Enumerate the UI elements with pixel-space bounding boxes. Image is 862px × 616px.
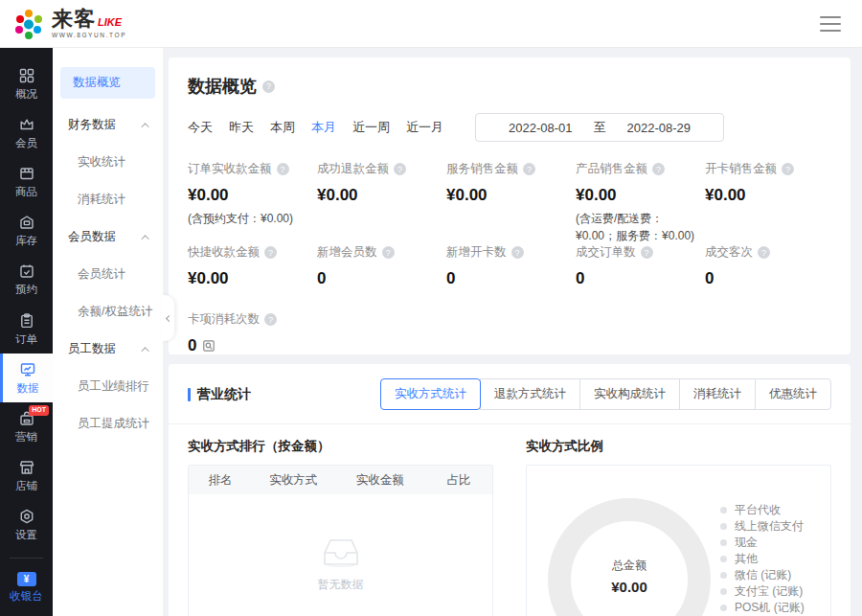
- proportion-title: 实收方式比例: [526, 438, 831, 455]
- calendar-check-icon: [18, 262, 35, 280]
- legend-item[interactable]: 平台代收: [720, 504, 805, 515]
- divider: [169, 423, 851, 424]
- warehouse-icon: [18, 214, 35, 231]
- stat-value: 0: [705, 269, 831, 288]
- statistics-tab-group: 实收方式统计 退款方式统计 实收构成统计 消耗统计 优惠统计: [380, 378, 831, 410]
- tab-income-composition[interactable]: 实收构成统计: [579, 378, 680, 410]
- legend-item[interactable]: POS机 (记账): [720, 602, 805, 613]
- date-start: 2022-08-01: [509, 121, 573, 135]
- legend-dot: [720, 588, 727, 595]
- quick-filter-last-month[interactable]: 近一月: [406, 119, 443, 136]
- help-icon[interactable]: [264, 246, 277, 259]
- sidebar-item-shop[interactable]: 店铺: [0, 452, 53, 501]
- table-header-row: 排名 实收方式 实收金额 占比: [189, 466, 492, 494]
- sidebar-item-overview[interactable]: 概况: [0, 59, 53, 108]
- submenu-group-finance[interactable]: 财务数据: [53, 106, 163, 144]
- help-icon[interactable]: [382, 246, 395, 259]
- sidebar-item-cashier[interactable]: ¥ 收银台: [0, 564, 53, 610]
- submenu-item-consume-stats[interactable]: 消耗统计: [53, 181, 163, 218]
- sidebar-item-bookings[interactable]: 预约: [0, 256, 53, 305]
- submenu-item-staff-commission[interactable]: 员工提成统计: [53, 405, 163, 443]
- ranking-table: 排名 实收方式 实收金额 占比 暂无数据: [188, 465, 493, 616]
- stat-value: 0: [188, 336, 196, 355]
- stat-refund: 成功退款金额 ¥0.00: [317, 161, 446, 244]
- submenu-item-staff-ranking[interactable]: 员工业绩排行: [53, 368, 163, 405]
- date-separator: 至: [594, 119, 606, 136]
- submenu-group-staff[interactable]: 员工数据: [53, 331, 163, 368]
- stat-new-cards: 新增开卡数 0: [446, 244, 576, 308]
- submenu-item-balance-stats[interactable]: 余额/权益统计: [53, 293, 163, 331]
- legend-item[interactable]: 微信 (记账): [720, 569, 805, 581]
- help-icon[interactable]: [277, 163, 289, 175]
- legend-dot: [720, 539, 727, 546]
- tab-consumption[interactable]: 消耗统计: [679, 378, 756, 410]
- tab-refund-method[interactable]: 退款方式统计: [480, 378, 580, 410]
- stat-value: ¥0.00: [576, 186, 705, 205]
- quick-filter-this-week[interactable]: 本周: [270, 119, 295, 136]
- legend-item[interactable]: 线上微信支付: [720, 520, 805, 532]
- quick-filter-this-month[interactable]: 本月: [311, 119, 336, 136]
- stat-value: 0: [446, 269, 576, 288]
- quick-filter-yesterday[interactable]: 昨天: [229, 119, 254, 136]
- help-icon[interactable]: [264, 313, 277, 326]
- sidebar-item-inventory[interactable]: 库存: [0, 207, 53, 256]
- chart-legend: 平台代收 线上微信支付 现金 其他 微信 (记账) 支付宝 (记账) POS机 …: [720, 504, 805, 616]
- chevron-left-icon: [165, 314, 171, 321]
- stat-card-consumption: 卡项消耗次数 0: [188, 311, 317, 355]
- section-accent-bar: [188, 388, 191, 401]
- help-icon[interactable]: [641, 246, 653, 259]
- help-icon[interactable]: [782, 163, 794, 175]
- monitor-chart-icon: [19, 361, 36, 378]
- sidebar-item-marketing[interactable]: HOT 营销: [0, 402, 53, 451]
- sidebar-item-label: 商品: [15, 185, 37, 199]
- column-method: 实收方式: [253, 472, 335, 489]
- help-icon[interactable]: [262, 80, 275, 93]
- column-amount: 实收金额: [334, 472, 425, 489]
- legend-item[interactable]: 其他: [720, 553, 805, 564]
- sidebar-item-orders[interactable]: 订单: [0, 305, 53, 354]
- sidebar-item-members[interactable]: 会员: [0, 108, 53, 157]
- logo-title: 来客: [52, 9, 96, 30]
- stat-product-sales: 产品销售金额 ¥0.00 (含运费/配送费：¥0.00；服务费：¥0.00): [576, 161, 705, 244]
- section-title: 营业统计: [197, 386, 251, 403]
- business-statistics-card: 营业统计 实收方式统计 退款方式统计 实收构成统计 消耗统计 优惠统计 实收方式…: [169, 364, 851, 616]
- storefront-icon: [18, 459, 35, 476]
- help-icon[interactable]: [511, 246, 524, 259]
- consume-detail-icon[interactable]: [202, 339, 216, 353]
- quick-filter-last-week[interactable]: 近一周: [352, 119, 390, 136]
- sidebar-collapse-handle[interactable]: [161, 295, 174, 341]
- date-range-input[interactable]: 2022-08-01 至 2022-08-29: [475, 113, 724, 142]
- gear-icon: [18, 508, 35, 525]
- sidebar-item-label: 营销: [15, 430, 37, 445]
- chevron-up-icon: [141, 235, 148, 242]
- cash-register-icon: ¥: [17, 572, 36, 586]
- sidebar-item-products[interactable]: 商品: [0, 157, 53, 206]
- legend-item[interactable]: 现金: [720, 536, 805, 548]
- sidebar-item-label: 数据: [17, 381, 39, 396]
- sidebar-item-data[interactable]: 数据: [0, 354, 53, 402]
- stat-value: ¥0.00: [188, 186, 317, 205]
- help-icon[interactable]: [523, 163, 535, 175]
- help-icon[interactable]: [394, 163, 406, 175]
- stat-service-sales: 服务销售金额 ¥0.00: [446, 161, 576, 244]
- stat-value: ¥0.00: [188, 269, 317, 288]
- legend-item[interactable]: 支付宝 (记账): [720, 585, 805, 597]
- menu-toggle-icon[interactable]: [820, 16, 841, 32]
- clipboard-icon: [18, 312, 35, 330]
- sidebar-item-settings[interactable]: 设置: [0, 501, 53, 550]
- secondary-sidebar: 数据概览 财务数据 实收统计 消耗统计 会员数据 会员统计 余额/权益统计 员工…: [53, 48, 163, 616]
- submenu-item-income-stats[interactable]: 实收统计: [53, 144, 163, 181]
- table-empty-state: 暂无数据: [189, 494, 492, 616]
- sidebar-item-label: 店铺: [15, 479, 37, 493]
- submenu-group-members[interactable]: 会员数据: [53, 218, 163, 256]
- stat-value: 0: [317, 269, 446, 288]
- help-icon[interactable]: [758, 246, 770, 259]
- tab-income-method[interactable]: 实收方式统计: [380, 378, 481, 410]
- tab-discount[interactable]: 优惠统计: [755, 378, 831, 410]
- submenu-item-member-stats[interactable]: 会员统计: [53, 256, 163, 293]
- submenu-item-data-overview[interactable]: 数据概览: [60, 67, 155, 99]
- help-icon[interactable]: [652, 163, 665, 175]
- quick-filter-today[interactable]: 今天: [188, 119, 213, 136]
- hot-badge: HOT: [29, 405, 49, 415]
- legend-dot: [720, 507, 727, 513]
